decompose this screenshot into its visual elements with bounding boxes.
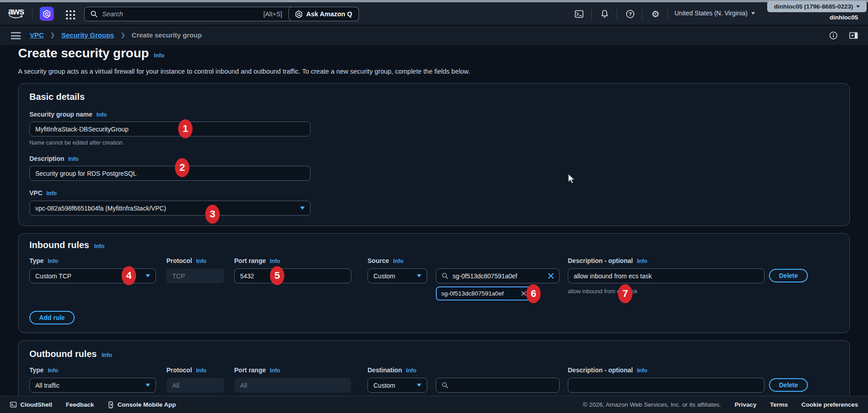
divider <box>591 8 592 19</box>
cloudshell-footer-button[interactable]: CloudShell <box>10 401 52 408</box>
breadcrumb-security-groups-link[interactable]: Security Groups <box>61 31 114 39</box>
basic-details-panel: Basic details Security group name Info M… <box>18 83 850 226</box>
ask-amazon-q-label: Ask Amazon Q <box>306 10 352 18</box>
info-link[interactable]: Info <box>637 258 647 264</box>
chevron-down-icon <box>856 5 860 8</box>
destination-column-label: DestinationInfo <box>368 366 416 374</box>
security-group-name-label: Security group name Info <box>29 111 107 118</box>
chevron-down-icon <box>146 274 150 277</box>
inbound-description-input[interactable]: allow inbound from ecs task <box>568 268 764 283</box>
inbound-port-value: 5432 <box>240 272 254 280</box>
info-panel-icon[interactable] <box>829 31 838 40</box>
info-link[interactable]: Info <box>196 367 207 374</box>
help-icon[interactable]: ? <box>626 9 635 19</box>
outbound-destination-select[interactable]: Custom <box>368 378 427 393</box>
inbound-rules-panel: Inbound rules Info TypeInfo ProtocolInfo… <box>18 233 850 333</box>
console-mobile-app-link[interactable]: Console Mobile App <box>108 401 176 408</box>
aws-logo[interactable]: aws <box>8 7 24 19</box>
vpc-select-value: vpc-082a598f6651b04fa (MyfitInfraStack/V… <box>35 205 166 212</box>
inbound-source-search-value: sg-0f513dc807591a0ef <box>453 272 544 280</box>
description-input[interactable]: Security group for RDS PostgreSQL <box>29 166 311 181</box>
page-subtitle: A security group acts as a virtual firew… <box>18 68 470 75</box>
notifications-bell-icon[interactable] <box>600 9 609 19</box>
info-link[interactable]: Info <box>48 367 58 374</box>
breadcrumb-separator: ❯ <box>50 32 55 38</box>
page-info-link[interactable]: Info <box>154 52 164 59</box>
amazon-q-icon <box>295 10 302 18</box>
inbound-type-select[interactable]: Custom TCP <box>29 268 156 283</box>
inbound-source-select[interactable]: Custom <box>368 268 427 283</box>
cookie-preferences-link[interactable]: Cookie preferences <box>802 401 858 408</box>
search-icon <box>442 382 448 389</box>
amazon-q-app-icon[interactable] <box>40 7 54 21</box>
inbound-port-input[interactable]: 5432 <box>234 268 351 283</box>
chevron-down-icon <box>146 384 150 387</box>
region-selector[interactable]: United States (N. Virginia) <box>675 9 755 17</box>
inbound-rules-header-row: Inbound rules Info <box>29 240 104 250</box>
inbound-delete-button[interactable]: Delete <box>769 269 808 282</box>
description-label: Description Info <box>29 155 79 162</box>
services-grid-icon[interactable] <box>66 10 75 20</box>
info-link[interactable]: Info <box>406 367 416 374</box>
hamburger-menu-icon[interactable] <box>11 32 21 39</box>
ask-amazon-q-button[interactable]: Ask Amazon Q <box>288 7 359 21</box>
mouse-cursor <box>567 174 576 186</box>
search-shortcut-hint: [Alt+S] <box>264 10 283 18</box>
info-link[interactable]: Info <box>47 190 57 197</box>
outbound-type-select[interactable]: All traffic <box>29 378 156 393</box>
outbound-description-input[interactable] <box>568 378 764 393</box>
info-link[interactable]: Info <box>637 367 647 374</box>
console-footer: CloudShell Feedback Console Mobile App ©… <box>0 396 868 413</box>
aws-console-screen: aws Search [Alt+S] Ask Amazon Q <box>0 0 868 413</box>
open-side-panel-icon[interactable] <box>849 31 858 40</box>
outbound-destination-search-input[interactable] <box>436 378 560 393</box>
chevron-down-icon <box>751 12 755 14</box>
cloudshell-icon[interactable] <box>575 9 584 19</box>
divider <box>642 8 642 19</box>
terms-link[interactable]: Terms <box>770 401 788 408</box>
chevron-down-icon <box>300 206 305 210</box>
port-range-column-label: Port rangeInfo <box>234 257 280 264</box>
annotation-badge-5: 5 <box>270 266 284 285</box>
search-icon <box>442 272 448 279</box>
info-link[interactable]: Info <box>48 258 58 264</box>
account-username: dinhloc05 <box>830 14 858 21</box>
privacy-link[interactable]: Privacy <box>735 401 756 408</box>
info-link[interactable]: Info <box>94 243 104 249</box>
info-link[interactable]: Info <box>102 352 112 358</box>
source-column-label: SourceInfo <box>368 257 403 264</box>
account-menu-tooltip[interactable]: dinhloc05 (1796-8685-0223) <box>767 1 867 12</box>
security-group-name-input[interactable]: MyfitInfraStack-DBSecurityGroup <box>29 122 311 136</box>
dismiss-token-icon[interactable] <box>521 291 526 296</box>
clear-search-icon[interactable] <box>548 273 554 279</box>
inbound-source-search-input[interactable]: sg-0f513dc807591a0ef <box>436 268 560 283</box>
source-token-chip[interactable]: sg-0f513dc807591a0ef <box>436 286 531 300</box>
vpc-select[interactable]: vpc-082a598f6651b04fa (MyfitInfraStack/V… <box>29 201 311 216</box>
breadcrumb: VPC ❯ Security Groups ❯ Create security … <box>30 31 202 39</box>
settings-gear-icon[interactable]: ⚙ <box>651 9 660 19</box>
vpc-label: VPC Info <box>29 189 57 197</box>
chevron-down-icon <box>417 384 421 387</box>
outbound-delete-button[interactable]: Delete <box>769 378 808 392</box>
feedback-link[interactable]: Feedback <box>66 401 94 408</box>
annotation-badge-1: 1 <box>178 119 193 138</box>
info-link[interactable]: Info <box>196 258 207 264</box>
add-rule-button[interactable]: Add rule <box>29 311 75 324</box>
basic-details-header: Basic details <box>29 92 85 102</box>
info-link[interactable]: Info <box>96 112 107 118</box>
type-column-label: TypeInfo <box>29 257 58 264</box>
search-placeholder: Search <box>102 10 264 18</box>
global-search-bar[interactable]: Search [Alt+S] Ask Amazon Q <box>84 7 359 21</box>
account-id-label: dinhloc05 (1796-8685-0223) <box>774 3 853 10</box>
breadcrumb-separator: ❯ <box>120 32 125 38</box>
copyright-text: © 2026, Amazon Web Services, Inc. or its… <box>583 401 721 408</box>
annotation-badge-4: 4 <box>122 266 136 285</box>
annotation-badge-6: 6 <box>526 284 541 303</box>
info-link[interactable]: Info <box>68 156 79 162</box>
breadcrumb-vpc-link[interactable]: VPC <box>30 31 44 39</box>
divider <box>667 8 668 19</box>
info-link[interactable]: Info <box>270 367 280 374</box>
info-link[interactable]: Info <box>393 258 403 264</box>
cloudshell-terminal-icon <box>10 401 17 408</box>
info-link[interactable]: Info <box>270 258 280 264</box>
